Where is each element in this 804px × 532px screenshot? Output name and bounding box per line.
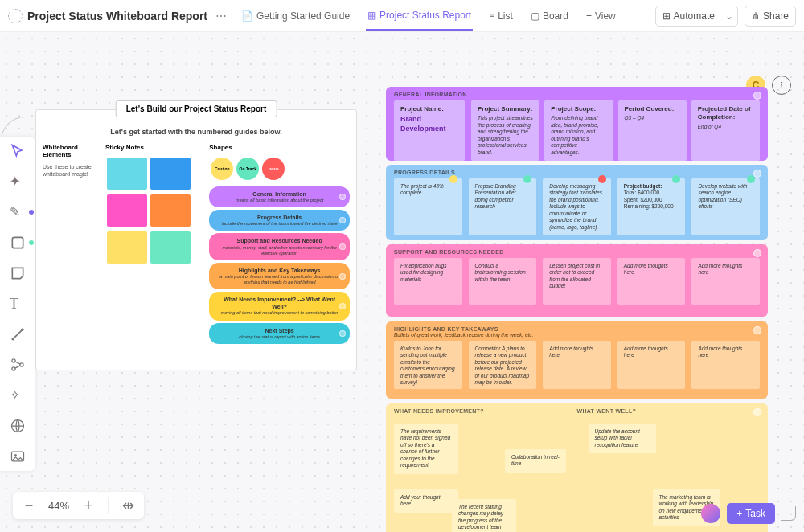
left-toolbar: ✦ ✎ T ✧ <box>0 137 35 471</box>
sticky-sample[interactable] <box>107 231 147 264</box>
section-label-bar[interactable]: Progress Detailsinclude the movement of … <box>209 210 350 231</box>
zoom-in-icon[interactable]: + <box>80 497 96 514</box>
went-well-card[interactable]: Update the account setup with facial rec… <box>589 424 656 453</box>
section-highlights[interactable]: HIGHLIGHTS AND KEY TAKEAWAYS Bullets of … <box>386 321 768 399</box>
progress-card[interactable]: Project budget:Total: $400,000Spent: $20… <box>617 178 686 235</box>
svg-point-1 <box>12 338 14 340</box>
svg-point-3 <box>12 359 15 362</box>
section-dot <box>753 170 761 178</box>
section-label-bar[interactable]: Highlights and Key Takeawaysa main point… <box>209 263 350 289</box>
section-dot <box>753 92 761 100</box>
support-card[interactable]: Conduct a brainstorming session within t… <box>469 258 537 305</box>
highlight-card[interactable]: Add more thoughts here <box>617 341 686 389</box>
status-circle[interactable]: Issue <box>262 158 285 180</box>
sticky-sample[interactable] <box>107 158 147 190</box>
svg-point-8 <box>14 454 17 456</box>
tab-getting-started[interactable]: 📄 Getting Started Guide <box>240 10 351 30</box>
sticky-sample[interactable] <box>107 194 147 227</box>
svg-rect-0 <box>12 237 23 248</box>
list-icon: ≡ <box>489 10 494 22</box>
shapes-samples: Shapes CautionOn TrackIssue General Info… <box>209 144 350 353</box>
pen-tool-icon[interactable]: ✎ <box>10 204 26 220</box>
general-card[interactable]: Projected Date of Completion:End of Q4 <box>691 100 760 161</box>
page-title: Project Status Whiteboard Report <box>27 10 207 23</box>
status-circle[interactable]: On Track <box>236 158 259 180</box>
improvement-card[interactable]: The recent staffing changes may delay th… <box>452 499 516 532</box>
improvement-card[interactable]: The requirements have not been signed of… <box>394 424 458 474</box>
pointer-tool-icon[interactable] <box>10 143 26 159</box>
resize-handle-icon[interactable] <box>781 506 796 521</box>
more-icon[interactable]: ⋯ <box>212 10 230 23</box>
info-icon[interactable]: i <box>772 76 791 95</box>
robot-icon: ⊞ <box>662 10 671 22</box>
guide-frame[interactable]: Let's Build our Project Status Report Le… <box>35 109 357 370</box>
chevron-down-icon[interactable]: ⌄ <box>720 10 731 22</box>
highlight-card[interactable]: Add more thoughts here <box>691 341 760 389</box>
shape-tool-icon[interactable] <box>10 235 26 251</box>
progress-card[interactable]: The project is 45% complete. <box>394 178 462 235</box>
tab-add-view[interactable]: + View <box>585 10 617 30</box>
sticky-samples: Sticky Notes <box>105 144 204 353</box>
sticky-sample[interactable] <box>150 231 191 264</box>
sticky-sample[interactable] <box>150 194 191 227</box>
col1-hint: Use these to create whiteboard magic! <box>43 163 100 178</box>
improvement-card[interactable]: Add your thought here <box>394 489 458 513</box>
sticky-tool-icon[interactable] <box>10 265 26 281</box>
tab-project-status-report[interactable]: ▦ Project Status Report <box>366 10 473 31</box>
whiteboard-icon: ▦ <box>367 10 376 21</box>
status-circle[interactable]: Caution <box>211 158 233 180</box>
relations-icon[interactable] <box>10 357 26 373</box>
zoom-out-icon[interactable]: − <box>21 497 37 514</box>
doc-icon: 📄 <box>241 10 253 22</box>
svg-point-4 <box>12 367 15 370</box>
section-label-bar[interactable]: General Informationmeans all basic infor… <box>209 186 350 207</box>
section-general-information[interactable]: GENERAL INFORMATION Project Name: Brand … <box>386 87 768 161</box>
text-tool-icon[interactable]: T <box>10 296 26 312</box>
tab-board[interactable]: ▢ Board <box>529 10 570 30</box>
zoom-level[interactable]: 44% <box>48 500 69 512</box>
fit-width-icon[interactable]: ⇹ <box>120 497 136 514</box>
support-card[interactable]: Fix application bugs used for designing … <box>394 258 462 305</box>
home-icon[interactable]: ✦ <box>10 174 26 190</box>
section-label-bar[interactable]: Support and Resources Neededmaterials, m… <box>209 233 350 260</box>
zoom-controls: − 44% + ⇹ <box>13 492 144 519</box>
general-card[interactable]: Project Scope:From defining brand idea, … <box>544 100 613 161</box>
section-dot <box>753 326 761 334</box>
progress-card[interactable]: Prepare Branding Presentation after doin… <box>469 178 537 235</box>
frame-title: Let's Build our Project Status Report <box>116 100 277 117</box>
improvement-card[interactable]: Collaboration in real-time <box>505 449 566 473</box>
ai-button[interactable] <box>701 504 720 523</box>
progress-card[interactable]: Develop messaging strategy that translat… <box>543 178 611 235</box>
sticky-sample[interactable] <box>150 158 191 190</box>
general-card[interactable]: Project Summary:This project streamlines… <box>471 100 539 161</box>
highlight-card[interactable]: Competitor A plans to release a new prod… <box>469 341 537 389</box>
col1-header: Whiteboard Elements <box>43 144 100 158</box>
view-tabs: 📄 Getting Started Guide ▦ Project Status… <box>240 2 617 31</box>
support-card[interactable]: Add more thoughts here <box>691 258 760 305</box>
frame-subtitle: Let's get started with the numbered guid… <box>36 128 356 136</box>
board-icon: ▢ <box>531 10 539 22</box>
section-label-bar[interactable]: What Needs Improvement? --> What Went We… <box>209 292 350 320</box>
task-button[interactable]: + Task <box>727 503 775 524</box>
web-icon[interactable] <box>10 418 26 434</box>
plus-icon: + <box>736 508 742 519</box>
settings-icon[interactable] <box>8 9 23 23</box>
support-card[interactable]: Add more thoughts here <box>617 258 686 305</box>
section-support-resources[interactable]: SUPPORT AND RESOURCES NEEDED Fix applica… <box>386 244 768 317</box>
section-label-bar[interactable]: Next Stepsclosing the status report with… <box>209 323 350 344</box>
section-progress-details[interactable]: PROGRESS DETAILS The project is 45% comp… <box>386 165 768 240</box>
automate-button[interactable]: ⊞ Automate ⌄ <box>655 6 738 27</box>
progress-card[interactable]: Develop website with search engine optim… <box>691 178 760 235</box>
image-tool-icon[interactable] <box>10 448 26 464</box>
highlight-card[interactable]: Add more thoughts here <box>543 341 611 389</box>
section-dot <box>753 408 761 416</box>
ai-sparkle-icon[interactable]: ✧ <box>10 387 26 403</box>
highlight-card[interactable]: Kudos to John for sending out multiple e… <box>394 341 462 389</box>
tab-list[interactable]: ≡ List <box>487 10 515 30</box>
general-card[interactable]: Period Covered:Q3 – Q4 <box>618 100 687 161</box>
connector-tool-icon[interactable] <box>10 326 26 342</box>
share-button[interactable]: ⋔ Share <box>745 6 796 27</box>
share-icon: ⋔ <box>752 10 760 22</box>
whiteboard-canvas[interactable]: C i ✦ ✎ T ✧ Let's Build our Project Stat… <box>0 32 804 532</box>
support-card[interactable]: Lessen project cost in order not to exce… <box>543 258 611 305</box>
